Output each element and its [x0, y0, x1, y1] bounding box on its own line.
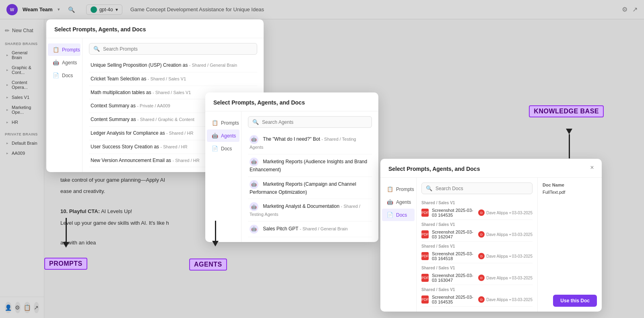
agents-list: 🤖 The "What do I need?" Bot - Shared / T… — [248, 132, 372, 237]
list-item[interactable]: 🤖 Sales Pitch GPT - Shared / General Bra… — [248, 222, 372, 237]
modal-docs-header: Select Prompts, Agents, and Docs × — [380, 159, 602, 178]
pdf-icon: PDF — [421, 252, 429, 260]
agents-tab-icon: 🤖 — [212, 133, 218, 139]
modal-prompts-header: Select Prompts, Agents, and Docs — [46, 19, 264, 38]
prompts-tab-icon: 📋 — [387, 186, 393, 192]
agents-search-box: 🔍 — [248, 116, 372, 128]
doc-author: D Dave Alippa • 03-03-2025 — [478, 209, 533, 216]
pdf-icon: PDF — [421, 274, 429, 282]
docs-modal-content: 🔍 Shared / Sales V1 PDF Screenshot 2025-… — [417, 178, 602, 312]
agent-icon: 🤖 — [250, 225, 258, 234]
modal-agents-content: 🔍 🤖 The "What do I need?" Bot - Shared /… — [242, 111, 378, 242]
doc-item[interactable]: PDF Screenshot 2025-03-03 164535 D Dave … — [421, 206, 533, 220]
modal-agents-body: 📋 Prompts 🤖 Agents 📄 Docs 🔍 🤖 The "Wha — [205, 111, 378, 242]
knowledge-base-annotation: KNOWLEDGE BASE — [529, 105, 604, 117]
docs-tab-icon: 📄 — [212, 146, 218, 152]
doc-item[interactable]: PDF Screenshot 2025-03-03 164518 D Dave … — [421, 249, 533, 263]
list-item[interactable]: 🤖 Marketing Reports (Campaign and Channe… — [248, 177, 372, 199]
agents-tab-icon: 🤖 — [387, 199, 393, 205]
docs-list-area: 🔍 Shared / Sales V1 PDF Screenshot 2025-… — [417, 178, 537, 312]
tab-prompts-docs[interactable]: 📋 Prompts — [382, 183, 415, 195]
doc-item[interactable]: PDF Screenshot 2025-03-03 163047 D Dave … — [421, 271, 533, 285]
modal-agents-tabs: 📋 Prompts 🤖 Agents 📄 Docs — [205, 111, 242, 242]
list-item[interactable]: 🤖 Marketing Analyst & Documentation - Sh… — [248, 199, 372, 222]
search-icon: 🔍 — [252, 119, 259, 125]
prompts-tab-icon: 📋 — [212, 120, 218, 126]
tab-docs-agents[interactable]: 📄 Docs — [207, 142, 239, 155]
doc-author: D Dave Alippa • 03-03-2025 — [478, 231, 533, 238]
author-avatar: D — [478, 296, 485, 303]
tab-docs[interactable]: 📄 Docs — [48, 69, 80, 82]
modal-close-button[interactable]: × — [588, 164, 596, 172]
agents-search-input[interactable] — [262, 119, 367, 125]
agents-tab-icon: 🤖 — [53, 59, 59, 66]
search-icon: 🔍 — [426, 185, 432, 191]
tab-prompts-agents[interactable]: 📋 Prompts — [207, 117, 239, 129]
agents-annotation: AGENTS — [189, 259, 227, 271]
agent-icon: 🤖 — [250, 180, 258, 189]
doc-name-label: Doc Name — [543, 183, 597, 187]
search-icon: 🔍 — [93, 46, 100, 52]
doc-author: D Dave Alippa • 03-03-2025 — [478, 275, 533, 281]
author-avatar: D — [478, 231, 485, 238]
prompts-tab-icon: 📋 — [53, 47, 59, 53]
modal-prompts-tabs: 📋 Prompts 🤖 Agents 📄 Docs — [46, 38, 83, 172]
list-item[interactable]: 🤖 Marketing Reports (Audience Insights a… — [248, 154, 372, 177]
doc-group-label: Shared / Sales V1 — [421, 263, 533, 271]
docs-search-box: 🔍 — [421, 183, 533, 194]
list-item[interactable]: Cricket Team Selection as - Shared / Sal… — [89, 72, 257, 86]
modal-docs: Select Prompts, Agents, and Docs × 📋 Pro… — [380, 159, 602, 312]
tab-agents-docs[interactable]: 🤖 Agents — [382, 196, 415, 208]
docs-search-input[interactable] — [436, 186, 528, 191]
list-item[interactable]: Unique Selling Proposition (USP) Creatio… — [89, 59, 257, 72]
prompts-search-input[interactable] — [103, 46, 253, 52]
doc-item[interactable]: PDF Screenshot 2025-03-03 164535 D Dave … — [421, 293, 533, 307]
doc-group-label: Shared / Sales V1 — [421, 220, 533, 228]
agent-icon: 🤖 — [250, 202, 258, 211]
tab-docs-active[interactable]: 📄 Docs — [382, 209, 415, 221]
agent-icon: 🤖 — [250, 158, 258, 166]
doc-name-value: FullText.pdf — [543, 190, 597, 195]
use-doc-button[interactable]: Use this Doc — [553, 295, 597, 307]
doc-item[interactable]: PDF Screenshot 2025-03-03 162047 D Dave … — [421, 228, 533, 242]
modal-agents-title: Select Prompts, Agents, and Docs — [213, 99, 305, 106]
list-item[interactable]: 🤖 The "What do I need?" Bot - Shared / T… — [248, 132, 372, 154]
docs-right-panel: Doc Name FullText.pdf — [537, 178, 602, 312]
pdf-icon: PDF — [421, 230, 429, 238]
doc-author: D Dave Alippa • 03-03-2025 — [478, 253, 533, 259]
prompts-search-box: 🔍 — [89, 43, 257, 55]
pdf-icon: PDF — [421, 295, 429, 304]
prompts-annotation: PROMPTS — [44, 258, 87, 270]
modal-docs-title: Select Prompts, Agents, and Docs — [388, 166, 480, 172]
tab-agents-active[interactable]: 🤖 Agents — [207, 129, 239, 142]
author-avatar: D — [478, 275, 485, 281]
author-avatar: D — [478, 253, 485, 259]
modal-agents-header: Select Prompts, Agents, and Docs — [205, 92, 378, 111]
doc-group-label: Shared / Sales V1 — [421, 198, 533, 206]
modal-agents: Select Prompts, Agents, and Docs 📋 Promp… — [205, 92, 378, 242]
doc-group-label: Shared / Sales V1 — [421, 242, 533, 249]
pdf-icon: PDF — [421, 209, 429, 217]
modal-prompts-title: Select Prompts, Agents, and Docs — [54, 26, 146, 33]
modal-docs-body: 📋 Prompts 🤖 Agents 📄 Docs 🔍 Shared / Sal… — [380, 178, 602, 312]
doc-group-label: Shared / Sales V1 — [421, 285, 533, 293]
tab-agents[interactable]: 🤖 Agents — [48, 56, 80, 69]
docs-tab-icon: 📄 — [387, 212, 393, 218]
tab-prompts[interactable]: 📋 Prompts — [48, 43, 80, 56]
docs-tab-icon: 📄 — [53, 72, 59, 78]
agent-icon: 🤖 — [250, 135, 258, 144]
doc-author: D Dave Alippa • 03-03-2025 — [478, 296, 533, 303]
author-avatar: D — [478, 209, 485, 216]
modal-docs-tabs: 📋 Prompts 🤖 Agents 📄 Docs — [380, 178, 417, 312]
